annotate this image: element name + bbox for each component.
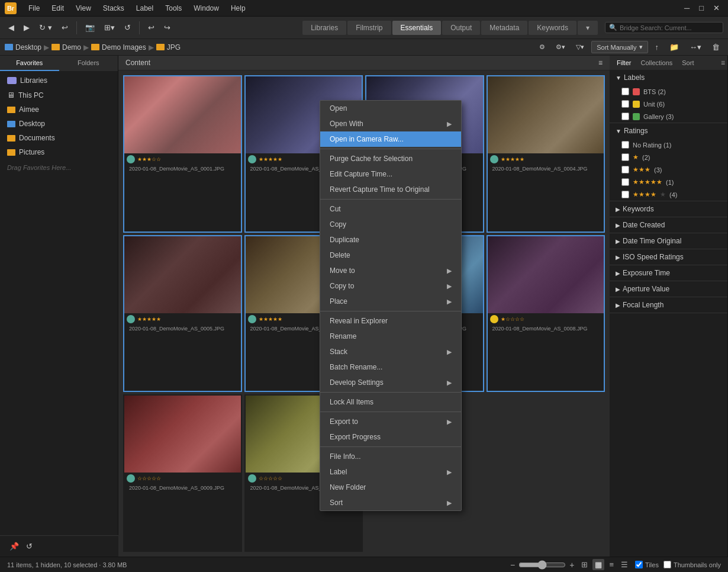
filter-keywords-header[interactable]: ▶ Keywords: [610, 201, 727, 217]
menu-label[interactable]: Label: [134, 3, 156, 14]
refine-button[interactable]: ↺: [121, 21, 134, 34]
ctx-item-delete[interactable]: Delete: [320, 248, 461, 263]
filter-ratings-header[interactable]: ▼ Ratings: [610, 123, 727, 139]
ctx-item-label[interactable]: Label▶: [320, 464, 461, 480]
breadcrumb-demoimages[interactable]: Demo Images: [102, 43, 146, 52]
forward-button[interactable]: ▶: [20, 21, 33, 34]
sidebar-item-desktop[interactable]: Desktop: [0, 117, 118, 131]
sidebar-tab-favorites[interactable]: Favorites: [0, 56, 59, 71]
menu-tools[interactable]: Tools: [163, 3, 184, 14]
filter-iso-header[interactable]: ▶ ISO Speed Ratings: [610, 249, 727, 265]
reveal-button[interactable]: ↩: [58, 21, 72, 34]
ctx-item-cut[interactable]: Cut: [320, 201, 461, 217]
filter-no-rating-checkbox[interactable]: [621, 141, 629, 149]
zoom-in-button[interactable]: +: [569, 560, 574, 570]
menu-edit[interactable]: Edit: [49, 3, 66, 14]
new-folder-button[interactable]: 📁: [666, 40, 682, 54]
ctx-item-place[interactable]: Place▶: [320, 294, 461, 309]
get-photos-button[interactable]: 📷: [82, 21, 98, 34]
zoom-out-button[interactable]: −: [510, 560, 515, 570]
ctx-item-open[interactable]: Open: [320, 101, 461, 116]
thumbnail-item-4[interactable]: ★★★★★2020-01-08_DemoMovie_AS_0004.JPG: [487, 75, 605, 233]
filter-aperture-header[interactable]: ▶ Aperture Value: [610, 281, 727, 297]
redo-button[interactable]: ↪: [160, 21, 174, 34]
close-button[interactable]: ✕: [710, 1, 723, 15]
menu-help[interactable]: Help: [228, 3, 248, 14]
view-thumbnail-button[interactable]: ▦: [592, 559, 604, 570]
filter-exposure-header[interactable]: ▶ Exposure Time: [610, 265, 727, 281]
filter-4star[interactable]: ★★★★★ (4): [610, 188, 727, 201]
filter-3star[interactable]: ★★★ (3): [610, 163, 727, 176]
content-tab-label[interactable]: Content: [125, 59, 150, 67]
ctx-item-move-to[interactable]: Move to▶: [320, 263, 461, 278]
ctx-item-file-info---[interactable]: File Info...: [320, 449, 461, 464]
ctx-item-reveal-in-explorer[interactable]: Reveal in Explorer: [320, 313, 461, 329]
view-detail-button[interactable]: ☰: [619, 559, 630, 570]
filter-datetimeoriginal-header[interactable]: ▶ Date Time Original: [610, 233, 727, 249]
view-grid-button[interactable]: ⊞: [579, 559, 590, 570]
sidebar-item-libraries[interactable]: Libraries: [0, 73, 118, 88]
menu-file[interactable]: File: [26, 3, 42, 14]
filter-tab-collections[interactable]: Collections: [636, 56, 677, 70]
back-button[interactable]: ◀: [5, 21, 18, 34]
filter-label-unit-checkbox[interactable]: [621, 100, 629, 108]
tiles-checkbox-label[interactable]: Tiles: [635, 561, 659, 568]
ctx-item-develop-settings[interactable]: Develop Settings▶: [320, 375, 461, 390]
tab-more[interactable]: ▾: [578, 21, 598, 35]
filter-4star-checkbox[interactable]: [621, 191, 629, 198]
thumbnail-item-9[interactable]: ☆☆☆☆☆2020-01-08_DemoMovie_AS_0009.JPG: [123, 394, 242, 552]
sort-dropdown[interactable]: Sort Manually ▾: [591, 41, 648, 53]
sidebar-item-thispc[interactable]: 🖥 This PC: [0, 88, 118, 102]
filter-label-bts-checkbox[interactable]: [621, 88, 629, 95]
menu-window[interactable]: Window: [191, 3, 221, 14]
sidebar-item-pictures[interactable]: Pictures: [0, 145, 118, 159]
delete-button[interactable]: 🗑: [708, 40, 723, 54]
breadcrumb-jpg[interactable]: JPG: [167, 43, 181, 52]
zoom-slider[interactable]: [518, 560, 566, 570]
ctx-item-stack[interactable]: Stack▶: [320, 344, 461, 359]
ctx-item-sort[interactable]: Sort▶: [320, 495, 461, 510]
ctx-item-duplicate[interactable]: Duplicate: [320, 232, 461, 248]
ctx-item-batch-rename---[interactable]: Batch Rename...: [320, 359, 461, 375]
filter-5star-checkbox[interactable]: [621, 178, 629, 186]
tab-filmstrip[interactable]: Filmstrip: [347, 21, 391, 35]
tiles-checkbox[interactable]: [635, 561, 643, 568]
sidebar-tab-folders[interactable]: Folders: [59, 56, 118, 71]
ctx-item-open-with[interactable]: Open With▶: [320, 116, 461, 131]
tab-output[interactable]: Output: [442, 21, 480, 35]
ctx-item-open-in-camera-raw---[interactable]: Open in Camera Raw...: [320, 131, 461, 147]
tab-libraries[interactable]: Libraries: [302, 21, 346, 35]
view-list-button[interactable]: ≡: [607, 559, 616, 570]
ctx-item-lock-all-items[interactable]: Lock All Items: [320, 394, 461, 410]
ctx-item-new-folder[interactable]: New Folder: [320, 480, 461, 495]
ctx-item-export-progress[interactable]: Export Progress: [320, 429, 461, 445]
ctx-item-copy[interactable]: Copy: [320, 217, 461, 232]
funnel-button[interactable]: ▽▾: [572, 41, 588, 53]
filter-label-bts[interactable]: BTS (2): [610, 85, 727, 98]
tab-metadata[interactable]: Metadata: [481, 21, 527, 35]
breadcrumb-desktop[interactable]: Desktop: [15, 43, 41, 52]
filter-label-unit[interactable]: Unit (6): [610, 98, 727, 110]
filter-menu-icon[interactable]: ≡: [721, 59, 725, 67]
filter-button[interactable]: ⚙: [536, 41, 549, 53]
menu-view[interactable]: View: [73, 3, 94, 14]
filter-focallength-header[interactable]: ▶ Focal Length: [610, 297, 727, 313]
filter-labels-header[interactable]: ▼ Labels: [610, 70, 727, 85]
breadcrumb-demo[interactable]: Demo: [62, 43, 81, 52]
menu-stacks[interactable]: Stacks: [101, 3, 127, 14]
filter-no-rating[interactable]: No Rating (1): [610, 139, 727, 151]
recent-button[interactable]: ↻ ▾: [36, 21, 56, 34]
ctx-item-purge-cache-for-selection[interactable]: Purge Cache for Selection: [320, 151, 461, 166]
content-menu-icon[interactable]: ≡: [598, 59, 603, 67]
filter-1star[interactable]: ★ (2): [610, 151, 727, 163]
maximize-button[interactable]: □: [695, 1, 707, 15]
thumbnails-only-checkbox-label[interactable]: Thumbnails only: [663, 561, 721, 568]
ctx-item-edit-capture-time---[interactable]: Edit Capture Time...: [320, 166, 461, 182]
sidebar-item-aimee[interactable]: Aimee: [0, 102, 118, 117]
move-button[interactable]: ↔▾: [686, 40, 705, 54]
thumbnail-item-1[interactable]: ★★★☆☆2020-01-08_DemoMovie_AS_0001.JPG: [123, 75, 242, 233]
search-input[interactable]: [620, 24, 714, 31]
filter-1star-checkbox[interactable]: [621, 153, 629, 161]
ctx-item-rename[interactable]: Rename: [320, 329, 461, 344]
filter-label-gallery-checkbox[interactable]: [621, 113, 629, 120]
